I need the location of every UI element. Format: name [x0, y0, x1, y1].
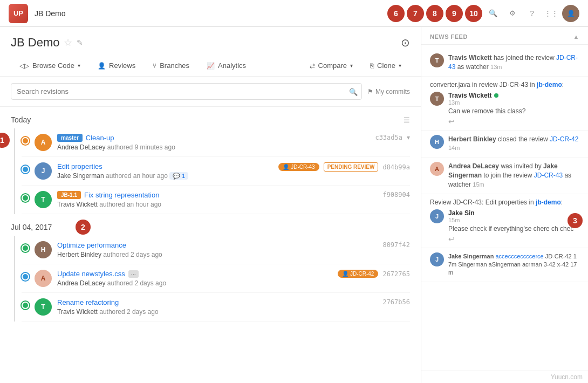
news-author-6: Jake Singerman — [448, 253, 494, 259]
watermark: Yuucn.com — [421, 371, 588, 383]
commit-meta-6: 2767b56 — [377, 298, 410, 306]
help-icon-btn[interactable]: ? — [523, 5, 541, 22]
analytics-icon: 📈 — [207, 62, 215, 70]
timeline-area: Today ☰ 1 A master Clean-up — [0, 107, 421, 332]
news-review-link-3[interactable]: JD-CR-42 — [550, 135, 578, 143]
commit-title-row-4: Optimize performance — [57, 241, 377, 249]
commit-link-6[interactable]: Rename refactoring — [57, 298, 119, 306]
reply-icon-5[interactable]: ↩ — [448, 235, 579, 243]
news-item-row-6: J Jake Singerman acceccceccccerce JD-CR-… — [430, 252, 579, 277]
news-item-1: T Travis Wickett has joined the review J… — [421, 49, 588, 77]
news-avatar-2: T — [430, 92, 444, 106]
activity-link-6[interactable]: acceccceccccerce — [495, 253, 543, 259]
commit-row-5: A Update newstyles.css ··· Andrea DeLace… — [22, 264, 410, 293]
edit-icon[interactable]: ✎ — [77, 38, 83, 47]
apps-icon-btn[interactable]: ⋮⋮ — [543, 5, 560, 22]
hamburger-icon[interactable]: ☰ — [404, 116, 410, 124]
commit-info-1: master Clean-up Andrea DeLacey authored … — [57, 134, 370, 151]
timeline-dot-4 — [22, 244, 29, 252]
reply-icon-2[interactable]: ↩ — [448, 117, 579, 126]
commit-link-2[interactable]: Edit properties — [57, 162, 102, 170]
commit-title-row-2: Edit properties — [57, 162, 273, 170]
commit-link-3[interactable]: Fix string representation — [84, 191, 159, 199]
news-avatar-5: J — [430, 209, 444, 223]
pending-badge-2: PENDING REVIEW — [324, 162, 379, 172]
news-repo-2: jb-demo — [537, 81, 562, 88]
news-item-row-5: J Jake Sin 15m Please check if everythin… — [430, 209, 579, 243]
tab-branches[interactable]: ⑂ Branches — [144, 56, 198, 76]
news-avatar-6: J — [430, 252, 444, 266]
star-icon[interactable]: ☆ — [64, 37, 72, 49]
commit-title-row-5: Update newstyles.css ··· — [57, 270, 332, 278]
clone-caret: ▾ — [399, 63, 401, 69]
news-text-1: Travis Wickett has joined the review JD-… — [448, 53, 579, 72]
badge-10[interactable]: 10 — [465, 5, 482, 22]
author-name-6: Travis Wickett — [57, 308, 98, 316]
commit-author-3: Travis Wickett authored an hour ago — [57, 201, 377, 208]
author-name-2: Jake Singerman — [57, 172, 104, 180]
news-comment-author-5: Jake Sin — [448, 209, 579, 217]
badge-8[interactable]: 8 — [426, 5, 443, 22]
expand-icon-1[interactable]: ▾ — [407, 134, 410, 141]
settings-icon-btn[interactable]: ⚙ — [504, 5, 521, 22]
author-name-1: Andrea DeLacey — [57, 143, 105, 151]
commit-row-4: H Optimize performance Herbert Binkley a… — [22, 236, 410, 264]
commit-link-5[interactable]: Update newstyles.css — [57, 270, 125, 278]
dots-badge-5: ··· — [128, 270, 139, 278]
branches-icon: ⑂ — [153, 62, 156, 70]
search-input[interactable] — [11, 83, 362, 100]
my-commits-label: My commits — [375, 88, 410, 95]
tab-reviews[interactable]: 👤 Reviews — [89, 56, 144, 76]
news-item-4: A Andrea DeLacey was invited by Jake Sin… — [421, 158, 588, 194]
badge-6[interactable]: 6 — [387, 5, 405, 22]
commit-row-2: J Edit properties Jake Singerman authore… — [22, 157, 410, 186]
today-timeline: 1 A master Clean-up Andrea DeLacey autho… — [11, 128, 410, 214]
search-icon-btn[interactable]: 🔍 — [484, 5, 502, 22]
news-text-6: Jake Singerman acceccceccccerce JD-CR-42… — [448, 252, 579, 277]
news-avatar-4: A — [430, 162, 444, 176]
header-icons: 6 7 8 9 10 🔍 ⚙ ? ⋮⋮ 👤 — [387, 5, 579, 22]
project-header: JB Demo ☆ ✎ ⊙ ◁▷ Browse Code ▾ 👤 Reviews… — [0, 27, 421, 77]
timeline-line-jul — [14, 236, 15, 322]
my-commits-button[interactable]: ⚑ My commits — [367, 88, 410, 95]
news-review-link-4[interactable]: JD-CR-43 — [534, 172, 563, 179]
app-logo: UP — [9, 4, 28, 23]
tab-clone[interactable]: ⎘ Clone ▾ — [361, 56, 410, 76]
news-feed-scroll[interactable]: T Travis Wickett has joined the review J… — [421, 45, 588, 371]
badge-7[interactable]: 7 — [407, 5, 424, 22]
tab-browse-code[interactable]: ◁▷ Browse Code ▾ — [11, 56, 89, 76]
commit-avatar-5: A — [35, 270, 52, 287]
news-time-1: 13m — [490, 64, 502, 70]
news-text-4: Andrea DeLacey was invited by Jake Singe… — [448, 162, 579, 189]
tab-analytics[interactable]: 📈 Analytics — [198, 56, 255, 76]
commit-info-3: JB-1.1 Fix string representation Travis … — [57, 191, 377, 208]
today-label: Today — [11, 115, 31, 124]
news-comment-block-2: Travis Wickett 13m Can we remove this cl… — [448, 92, 579, 126]
news-item-2: converter.java in review JD-CR-43 in jb-… — [421, 77, 588, 131]
jul-date-label: Jul 04, 2017 — [11, 223, 52, 231]
news-time-2: 13m — [448, 99, 579, 106]
reviews-label: Reviews — [109, 61, 135, 70]
tab-compare[interactable]: ⇄ Compare ▾ — [301, 56, 361, 76]
badge-9[interactable]: 9 — [446, 5, 463, 22]
news-comment-block-5: Jake Sin 15m Please check if everything'… — [448, 209, 579, 243]
user-avatar[interactable]: 👤 — [562, 5, 579, 22]
news-feed-title: NEWS FEED — [430, 33, 468, 40]
commit-link-1[interactable]: Clean-up — [86, 134, 114, 142]
jul-timeline: H Optimize performance Herbert Binkley a… — [11, 236, 410, 322]
today-group-header: Today ☰ — [11, 107, 410, 128]
scroll-up-icon[interactable]: ▲ — [573, 33, 579, 40]
timeline-dot-5 — [22, 273, 29, 281]
github-icon[interactable]: ⊙ — [401, 36, 410, 49]
project-title-row: JB Demo ☆ ✎ ⊙ — [11, 36, 410, 50]
commit-title-row-3: JB-1.1 Fix string representation — [57, 191, 377, 199]
commit-title-row-1: master Clean-up — [57, 134, 370, 142]
jul-group-header: Jul 04, 2017 2 — [11, 214, 410, 236]
master-badge: master — [57, 134, 83, 142]
news-review-context-2: converter.java in review JD-CR-43 in jb-… — [430, 81, 579, 88]
news-item-row-3: H Herbert Binkley closed the review JD-C… — [430, 135, 579, 153]
jb-badge-3: JB-1.1 — [57, 191, 81, 199]
reviews-icon: 👤 — [98, 62, 106, 70]
commit-link-4[interactable]: Optimize performance — [57, 241, 126, 249]
left-content: JB Demo ☆ ✎ ⊙ ◁▷ Browse Code ▾ 👤 Reviews… — [0, 27, 421, 383]
